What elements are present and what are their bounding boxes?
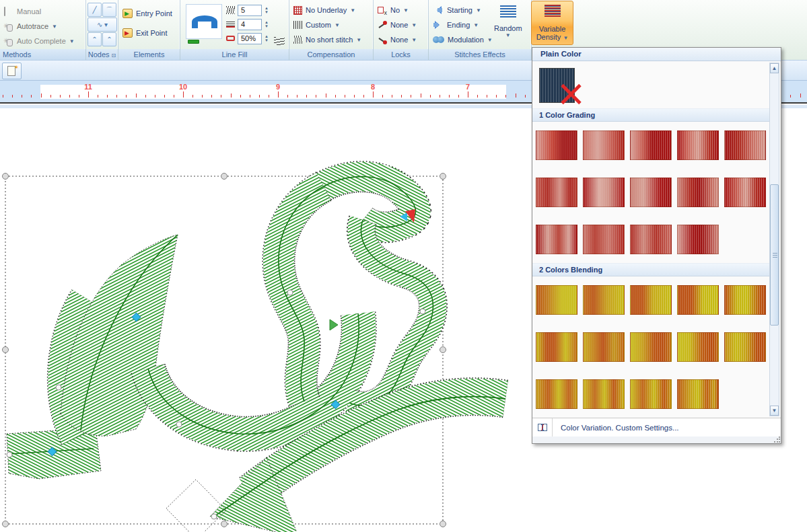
modulation-label: Modulation — [448, 36, 484, 44]
ruler-tick — [525, 95, 526, 98]
remove-x-icon — [559, 83, 582, 106]
lock1-dropdown[interactable]: No ▼ — [374, 3, 428, 17]
arc-node-button[interactable]: ⌃ — [87, 32, 102, 46]
ruler-tick — [401, 95, 402, 98]
entry-point-button[interactable]: Entry Point — [118, 6, 180, 21]
autotrace-label: Autotrace — [17, 22, 48, 30]
density-input[interactable]: 5 — [238, 5, 262, 16]
density-icon — [226, 6, 235, 14]
entry-point-icon — [122, 9, 133, 18]
dialog-launcher-icon[interactable]: ⊡ — [112, 52, 116, 59]
wand-icon — [4, 22, 13, 31]
spacing-input[interactable]: 4 — [238, 19, 262, 30]
chevron-down-icon: ▼ — [563, 35, 568, 41]
density-swatch[interactable] — [677, 225, 719, 254]
stitch-band-snake-head[interactable] — [324, 177, 416, 227]
ruler-tick — [287, 95, 288, 98]
ruler-number: 11 — [84, 83, 92, 91]
rotation-frame[interactable] — [166, 480, 226, 532]
resize-grip[interactable] — [773, 436, 780, 443]
exit-point-button[interactable]: Exit Point — [118, 26, 180, 40]
stitch-band-u[interactable] — [148, 313, 359, 434]
density-swatch[interactable] — [583, 178, 625, 207]
ruler-tick — [50, 95, 51, 98]
ruler-tick — [221, 95, 221, 98]
density-swatch[interactable] — [536, 130, 577, 160]
density-stepper[interactable]: ▲▼ — [265, 6, 269, 14]
arc2-node-button[interactable]: ⌃ — [102, 32, 116, 46]
density-swatch[interactable] — [583, 379, 625, 409]
density-swatch[interactable] — [536, 178, 577, 207]
chevron-down-icon: ▼ — [476, 7, 481, 13]
ruler-tick — [240, 95, 241, 98]
density-swatch[interactable] — [677, 285, 719, 315]
node-type-dropdown[interactable]: ∿ ▾ — [87, 17, 117, 32]
direction-pointer[interactable] — [330, 319, 338, 330]
ruler-tick — [3, 95, 3, 98]
chevron-down-icon: ▼ — [69, 38, 75, 44]
ruler-tick — [363, 95, 364, 98]
line-fill-preview[interactable] — [186, 4, 222, 39]
scrollbar-thumb[interactable] — [770, 184, 779, 326]
density-swatch[interactable] — [724, 285, 766, 315]
stitch-band-snake-left[interactable] — [279, 186, 324, 402]
density-swatch[interactable] — [630, 178, 672, 207]
line-node-button[interactable]: ╱ — [87, 3, 102, 17]
chevron-down-icon: ▼ — [473, 22, 479, 28]
density-swatch[interactable] — [724, 332, 766, 362]
ruler-tick — [211, 95, 212, 98]
lock3-dropdown[interactable]: None ▼ — [374, 32, 428, 47]
underlay-dropdown[interactable]: No Underlay ▼ — [289, 3, 373, 17]
variable-density-label: Variable Density ▼ — [532, 25, 573, 42]
density-swatch[interactable] — [583, 332, 625, 362]
overlap-stepper[interactable]: ▲▼ — [265, 34, 269, 42]
density-swatch[interactable] — [536, 225, 577, 254]
density-swatch[interactable] — [583, 225, 625, 254]
variable-density-button[interactable]: Variable Density ▼ — [531, 1, 573, 45]
ruler-number: 8 — [371, 83, 375, 91]
auto-complete-button[interactable]: Auto Complete ▼ — [0, 34, 85, 48]
density-swatch[interactable] — [583, 130, 625, 160]
panel-scrollbar[interactable]: ▲ ▼ — [769, 63, 779, 416]
lock-start-icon — [378, 21, 387, 30]
manual-label: Manual — [17, 7, 41, 15]
density-swatch[interactable] — [630, 130, 672, 160]
lock-end-icon — [378, 36, 387, 44]
autotrace-button[interactable]: Autotrace ▼ — [0, 19, 85, 34]
density-swatch[interactable] — [583, 285, 625, 315]
density-swatch[interactable] — [536, 379, 577, 409]
panel-bottom-strip — [532, 436, 781, 443]
ruler-tick — [145, 95, 146, 98]
density-swatch[interactable] — [724, 130, 766, 160]
overlap-input[interactable]: 50% — [238, 33, 262, 44]
density-swatch[interactable] — [630, 379, 672, 409]
random-button[interactable]: Random ▼ — [494, 5, 522, 38]
ruler-tick — [326, 93, 326, 98]
scroll-up-arrow[interactable]: ▲ — [770, 63, 779, 73]
spacing-stepper[interactable]: ▲▼ — [265, 20, 269, 28]
short-stitch-dropdown[interactable]: No short stitch ▼ — [289, 32, 373, 47]
density-swatch[interactable] — [724, 178, 766, 207]
density-swatch[interactable] — [630, 332, 672, 362]
density-swatch[interactable] — [677, 379, 719, 409]
density-swatch[interactable] — [536, 332, 577, 362]
color-variation-item[interactable]: Color Variation. Custom Settings... — [532, 418, 781, 436]
compensation-label: Custom — [306, 21, 331, 29]
lock2-dropdown[interactable]: None ▼ — [374, 17, 428, 32]
compensation-dropdown[interactable]: Custom ▼ — [289, 17, 373, 32]
density-swatch[interactable] — [677, 178, 719, 207]
manual-button[interactable]: Manual — [0, 4, 85, 19]
group-caption-nodes: Nodes ⊡ — [86, 49, 118, 60]
new-document-tab[interactable]: ✶ — [2, 63, 22, 79]
density-swatch[interactable] — [677, 332, 719, 362]
curve-node-button[interactable]: ⌒ — [102, 3, 116, 17]
scroll-down-arrow[interactable]: ▼ — [770, 406, 779, 416]
ruler-tick — [107, 95, 108, 98]
wave-pattern-icon[interactable] — [274, 37, 285, 45]
ruler-tick — [155, 95, 155, 98]
density-swatch[interactable] — [630, 225, 672, 254]
density-swatch[interactable] — [630, 285, 672, 315]
density-swatch[interactable] — [536, 285, 577, 315]
lock3-label: None — [390, 36, 408, 44]
density-swatch[interactable] — [677, 130, 719, 160]
